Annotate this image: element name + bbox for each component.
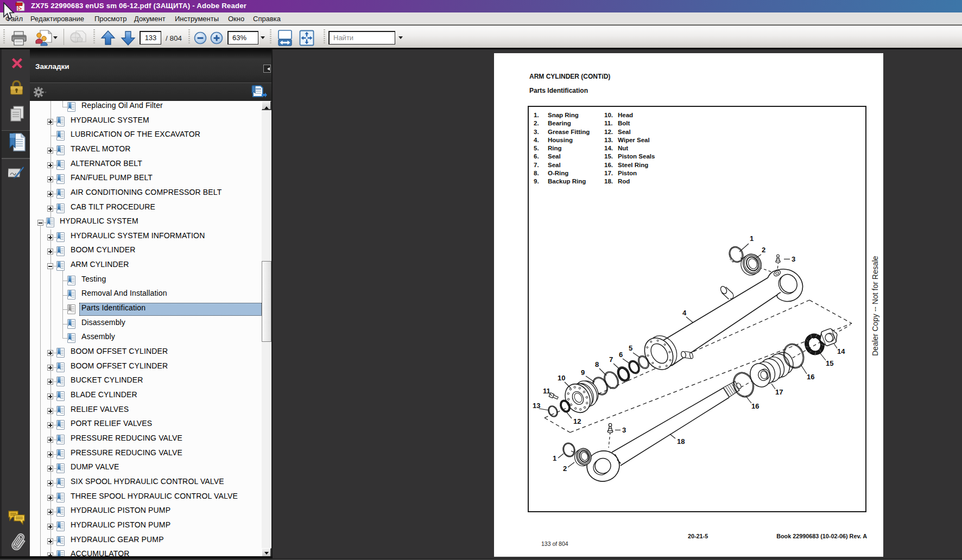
- svg-text:11: 11: [543, 387, 550, 395]
- svg-text:3: 3: [622, 426, 626, 434]
- svg-text:3: 3: [792, 255, 795, 263]
- svg-text:12: 12: [573, 417, 581, 425]
- svg-text:1: 1: [553, 454, 556, 462]
- svg-text:10: 10: [558, 374, 565, 382]
- svg-text:18: 18: [677, 437, 685, 446]
- svg-text:4: 4: [682, 309, 687, 317]
- svg-text:2: 2: [762, 246, 765, 254]
- svg-text:2: 2: [563, 464, 567, 473]
- svg-text:8: 8: [595, 360, 599, 368]
- svg-text:7: 7: [609, 355, 613, 364]
- svg-text:5: 5: [629, 344, 632, 352]
- svg-text:1: 1: [750, 234, 754, 243]
- svg-text:9: 9: [581, 368, 585, 377]
- svg-text:14: 14: [837, 347, 845, 355]
- svg-text:15: 15: [826, 359, 833, 367]
- svg-text:16: 16: [807, 373, 814, 381]
- svg-text:6: 6: [619, 351, 623, 359]
- svg-text:16: 16: [751, 402, 759, 410]
- svg-text:17: 17: [775, 388, 783, 396]
